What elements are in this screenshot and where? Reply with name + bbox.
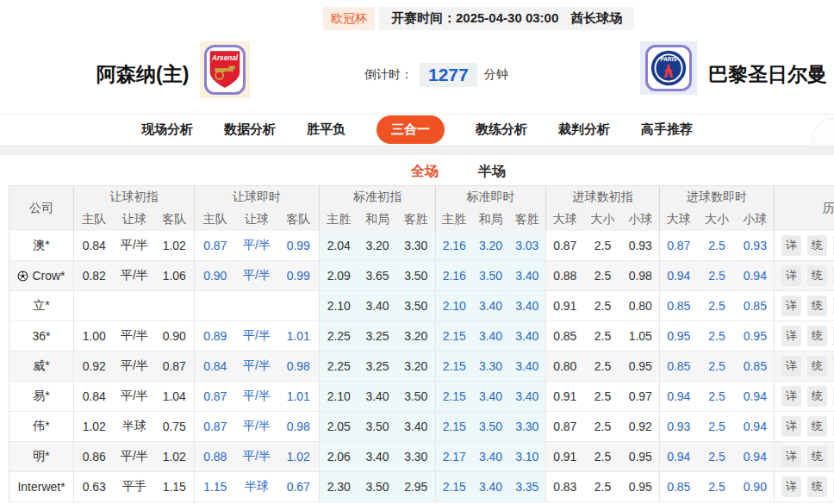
odds-cell-standard_initial: 2.10 (320, 291, 358, 321)
company-cell[interactable]: 威* (9, 352, 74, 382)
odds-cell-handicap_live: 1.15 (195, 472, 236, 502)
match-info-row: 欧冠杯 开赛时间：2025-04-30 03:00 酋长球场 (323, 7, 634, 30)
odds-cell-standard_live: 3.40 (509, 321, 546, 352)
odds-cell-goals_live: 0.85 (660, 352, 698, 382)
history-stats-button[interactable]: 统 (807, 446, 827, 467)
company-cell[interactable]: 36* (9, 321, 74, 352)
history-cell: 详统走 (775, 412, 834, 442)
svg-text:Arsenal: Arsenal (211, 54, 239, 62)
history-cell: 详统走 (775, 382, 834, 412)
odds-row: 易*0.84平/半1.040.87平/半1.012.103.403.502.15… (9, 382, 834, 412)
sub-header: 让球 (115, 208, 155, 231)
odds-cell-handicap_initial: 0.63 (74, 472, 115, 502)
company-cell[interactable]: Interwet* (9, 472, 74, 502)
kickoff-info: 开赛时间：2025-04-30 03:00 酋长球场 (379, 7, 634, 30)
nav-tab-7[interactable]: 高手推荐 (641, 121, 693, 138)
history-cell: 详统走 (775, 442, 834, 472)
history-stats-button[interactable]: 统 (807, 416, 827, 437)
history-stats-button[interactable]: 统 (807, 265, 827, 286)
away-team-name: 巴黎圣日尔曼 (708, 61, 827, 88)
company-cell[interactable]: 明* (9, 442, 74, 472)
sub-header: 和局 (358, 208, 397, 231)
odds-cell-handicap_initial: 半球 (115, 412, 155, 442)
sub-header: 客胜 (397, 208, 436, 231)
odds-cell-standard_live: 2.15 (436, 472, 473, 502)
history-detail-button[interactable]: 详 (781, 386, 801, 407)
period-subtabs: 全场半场 (411, 155, 506, 190)
odds-cell-goals_live: 0.85 (737, 352, 775, 382)
odds-cell-handicap_live: 0.89 (195, 321, 236, 352)
odds-cell-goals_live: 0.93 (660, 412, 698, 442)
odds-cell-goals_live: 0.94 (660, 442, 698, 472)
odds-cell-handicap_initial: 平/半 (115, 231, 155, 261)
odds-cell-handicap_live: 0.99 (278, 261, 320, 291)
history-stats-button[interactable]: 统 (807, 356, 827, 376)
odds-cell-standard_live: 2.15 (436, 382, 473, 412)
odds-cell-goals_live: 2.5 (698, 472, 737, 502)
odds-cell-goals_live: 2.5 (698, 382, 737, 412)
odds-cell-standard_live: 2.17 (436, 442, 473, 472)
odds-cell-handicap_live: 1.02 (278, 442, 320, 472)
nav-tab-5[interactable]: 教练分析 (476, 121, 527, 138)
odds-cell-goals_initial: 0.91 (546, 291, 584, 321)
odds-cell-handicap_live: 平/半 (236, 382, 278, 412)
odds-cell-handicap_initial: 0.86 (74, 442, 115, 472)
odds-cell-goals_initial: 0.95 (622, 442, 660, 472)
odds-cell-handicap_live: 0.87 (195, 382, 236, 412)
odds-cell-handicap_initial: 1.02 (74, 412, 115, 442)
history-detail-button[interactable]: 详 (781, 235, 801, 256)
odds-row: 威*0.92平/半0.870.84平/半0.982.253.253.202.15… (9, 352, 834, 382)
history-detail-button[interactable]: 详 (781, 476, 801, 497)
odds-cell-goals_initial: 0.98 (622, 261, 660, 291)
nav-tab-3[interactable]: 胜平负 (307, 121, 345, 138)
company-header: 公司 (9, 186, 74, 231)
odds-cell-standard_initial: 3.40 (358, 382, 397, 412)
history-stats-button[interactable]: 统 (807, 235, 827, 256)
history-stats-button[interactable]: 统 (807, 476, 827, 497)
sub-header: 客胜 (509, 208, 546, 231)
odds-cell-handicap_live: 平/半 (236, 412, 278, 442)
nav-tabs: 现场分析数据分析胜平负三合一教练分析裁判分析高手推荐 (0, 114, 834, 145)
arsenal-crest-icon: Arsenal (204, 45, 246, 95)
history-stats-button[interactable]: 统 (807, 326, 827, 346)
history-stats-button[interactable]: 统 (807, 296, 827, 316)
odds-cell-standard_live: 3.03 (509, 231, 546, 261)
company-cell[interactable]: 立* (9, 291, 74, 321)
history-stats-button[interactable]: 统 (807, 386, 827, 407)
history-detail-button[interactable]: 详 (781, 416, 801, 437)
company-cell[interactable]: 易* (9, 382, 74, 412)
odds-cell-standard_initial: 3.20 (358, 231, 397, 261)
sub-header: 让球 (236, 208, 278, 231)
company-cell[interactable]: Crow* (9, 261, 74, 291)
odds-cell-handicap_live: 平/半 (236, 442, 278, 472)
nav-tab-1[interactable]: 现场分析 (141, 121, 193, 138)
odds-cell-goals_initial: 0.91 (546, 382, 584, 412)
company-cell[interactable]: 伟* (9, 412, 74, 442)
history-detail-button[interactable]: 详 (781, 356, 801, 376)
company-cell[interactable]: 澳* (9, 231, 74, 261)
sub-header: 小球 (737, 208, 775, 231)
odds-cell-handicap_live: 0.90 (195, 261, 236, 291)
odds-cell-standard_initial: 2.25 (320, 352, 358, 382)
odds-cell-goals_live: 0.85 (660, 472, 698, 502)
odds-cell-goals_live: 0.87 (660, 231, 698, 261)
history-detail-button[interactable]: 详 (781, 296, 801, 316)
sub-header: 大小 (584, 208, 622, 231)
history-detail-button[interactable]: 详 (781, 265, 801, 286)
nav-tab-4[interactable]: 三合一 (377, 115, 445, 144)
sub-header: 大球 (660, 208, 698, 231)
odds-table-wrap: 公司让球初指让球即时标准初指标准即时进球数初指进球数即时历史主队让球客队主队让球… (9, 185, 834, 502)
odds-cell-handicap_initial (155, 291, 195, 321)
group-header-standard_live: 标准即时 (436, 186, 546, 208)
history-detail-button[interactable]: 详 (781, 326, 801, 346)
odds-table: 公司让球初指让球即时标准初指标准即时进球数初指进球数即时历史主队让球客队主队让球… (9, 185, 834, 502)
history-detail-button[interactable]: 详 (781, 446, 801, 467)
kickoff-text: 开赛时间：2025-04-30 03:00 (391, 10, 558, 27)
odds-cell-handicap_initial: 1.06 (155, 261, 195, 291)
nav-tab-2[interactable]: 数据分析 (224, 121, 276, 138)
nav-tab-6[interactable]: 裁判分析 (558, 121, 610, 138)
header-group-row: 公司让球初指让球即时标准初指标准即时进球数初指进球数即时历史 (9, 186, 834, 208)
odds-cell-standard_live: 3.40 (509, 352, 546, 382)
odds-cell-goals_initial: 0.97 (622, 382, 660, 412)
odds-cell-standard_initial: 3.50 (397, 291, 436, 321)
